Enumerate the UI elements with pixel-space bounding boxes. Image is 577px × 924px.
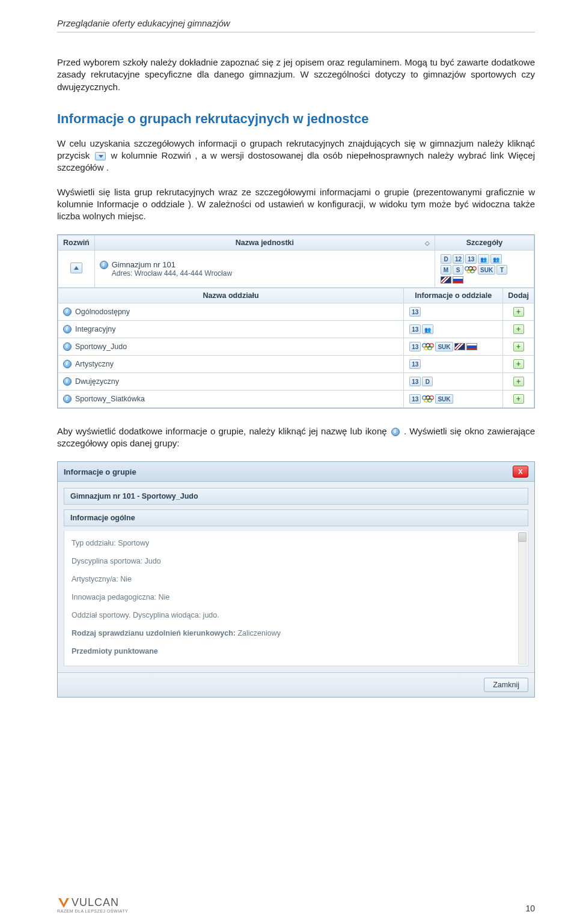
division-name: Sportowy_Siatkówka bbox=[75, 395, 145, 403]
modal-line: Artystyczny/a: Nie bbox=[72, 573, 521, 585]
dropdown-icon bbox=[95, 152, 106, 160]
modal-footer: Zamknij bbox=[58, 672, 534, 697]
division-info: 13 bbox=[404, 320, 503, 338]
unit-name: Gimnazjum nr 101 bbox=[112, 260, 176, 269]
scrollbar-track[interactable] bbox=[518, 532, 527, 664]
flag-ru-icon bbox=[453, 276, 463, 284]
page-footer: VULCAN RAZEM DLA LEPSZEJ OŚWIATY 10 bbox=[57, 896, 535, 913]
info-icon[interactable] bbox=[63, 360, 72, 368]
badge: 13 bbox=[409, 342, 421, 351]
division-info: 13 bbox=[404, 355, 503, 372]
logo-mark: VULCAN bbox=[57, 896, 119, 909]
modal-group-header: Gimnazjum nr 101 - Sportowy_Judo bbox=[64, 488, 528, 505]
modal-line: Typ oddziału: Sportowy bbox=[72, 537, 521, 549]
badge: 13 bbox=[409, 377, 421, 386]
text-span: w kolumnie bbox=[111, 150, 161, 160]
logo-tagline: RAZEM DLA LEPSZEJ OŚWIATY bbox=[57, 909, 128, 913]
section-heading: Informacje o grupach rekrutacyjnych w je… bbox=[57, 111, 535, 127]
modal-line: Oddział sportowy. Dyscyplina wiodąca: ju… bbox=[72, 609, 521, 621]
page-running-title: Przeglądanie oferty edukacyjnej gimnazjó… bbox=[57, 18, 535, 28]
badge: S bbox=[453, 265, 463, 275]
info-icon[interactable] bbox=[63, 377, 72, 386]
flag-ru-icon bbox=[466, 343, 477, 350]
close-button[interactable]: X bbox=[513, 466, 528, 478]
modal-line: Przedmioty punktowane bbox=[72, 645, 521, 657]
modal-content: Typ oddziału: Sportowy Dyscyplina sporto… bbox=[64, 531, 528, 666]
section-paragraph-2: Wyświetli się lista grup rekrutacyjnych … bbox=[57, 186, 535, 223]
add-button[interactable]: + bbox=[513, 359, 524, 369]
badge: 13 bbox=[409, 394, 421, 404]
column-header[interactable]: Szczegóły bbox=[435, 236, 534, 251]
badge: 13 bbox=[465, 254, 477, 264]
modal-titlebar: Informacje o grupie X bbox=[58, 462, 534, 482]
modal-body: Gimnazjum nr 101 - Sportowy_Judo Informa… bbox=[58, 482, 534, 672]
info-icon[interactable] bbox=[63, 325, 72, 333]
page-number: 10 bbox=[525, 904, 535, 913]
badge: 12 bbox=[453, 254, 464, 264]
division-row[interactable]: Ogólnodostępny bbox=[58, 303, 404, 320]
column-header[interactable]: Informacje o oddziale bbox=[404, 288, 503, 303]
badge: 13 bbox=[409, 359, 421, 369]
division-name: Sportowy_Judo bbox=[75, 342, 127, 351]
column-header[interactable]: Nazwa oddziału bbox=[58, 288, 404, 303]
logo-icon bbox=[57, 897, 70, 909]
modal-line: Innowacja pedagogiczna: Nie bbox=[72, 591, 521, 603]
people-icon bbox=[478, 254, 489, 264]
olympic-rings-icon bbox=[421, 395, 435, 403]
modal-line-bold: Rodzaj sprawdzianu uzdolnień kierunkowyc… bbox=[72, 629, 236, 637]
section-paragraph-1: W celu uzyskania szczegółowych informacj… bbox=[57, 138, 535, 174]
add-button[interactable]: + bbox=[513, 342, 524, 351]
column-header[interactable]: Nazwa jednostki◇ bbox=[94, 236, 435, 251]
division-info: 13SUK bbox=[404, 390, 503, 407]
column-header[interactable]: Dodaj bbox=[503, 288, 534, 303]
unit-address: Adres: Wrocław 444, 44-444 Wrocław bbox=[112, 269, 232, 278]
modal-line: Rodzaj sprawdzianu uzdolnień kierunkowyc… bbox=[72, 627, 521, 639]
badge: SUK bbox=[435, 394, 453, 404]
info-icon[interactable] bbox=[63, 308, 72, 316]
text-span: , a w wersji dostosowanej dla osób niepe… bbox=[195, 150, 508, 160]
collapse-button[interactable] bbox=[70, 263, 82, 273]
division-row[interactable]: Sportowy_Siatkówka bbox=[58, 390, 404, 407]
olympic-rings-icon bbox=[464, 266, 477, 274]
badge: SUK bbox=[435, 342, 453, 351]
info-icon[interactable] bbox=[63, 342, 72, 351]
text-rozwin: Rozwiń bbox=[162, 150, 191, 160]
badge: D bbox=[441, 254, 451, 264]
modal-section-title: Informacje ogólne bbox=[64, 509, 528, 526]
modal-title: Informacje o grupie bbox=[64, 467, 136, 476]
division-row[interactable]: Sportowy_Judo bbox=[58, 338, 404, 355]
modal-line: Dyscyplina sportowa: Judo bbox=[72, 555, 521, 567]
badge: T bbox=[496, 265, 507, 275]
intro-paragraph: Przed wyborem szkoły należy dokładnie za… bbox=[57, 56, 535, 93]
division-row[interactable]: Dwujęzyczny bbox=[58, 372, 404, 390]
division-info: 13D bbox=[404, 372, 503, 390]
division-row[interactable]: Artystyczny bbox=[58, 355, 404, 372]
text-span: Aby wyświetlić dodatkowe informacje o gr… bbox=[57, 426, 390, 436]
badge: 13 bbox=[409, 324, 421, 334]
badge: 13 bbox=[409, 307, 421, 317]
vulcan-logo: VULCAN RAZEM DLA LEPSZEJ OŚWIATY bbox=[57, 896, 128, 913]
unit-details: D1213MSSUKT bbox=[435, 251, 534, 288]
text-span: . bbox=[106, 162, 109, 172]
add-button[interactable]: + bbox=[513, 394, 524, 404]
info-icon[interactable] bbox=[63, 395, 72, 403]
add-button[interactable]: + bbox=[513, 324, 524, 334]
modal-line-bold: Przedmioty punktowane bbox=[72, 647, 158, 655]
info-icon[interactable] bbox=[100, 261, 108, 269]
people-icon bbox=[422, 324, 433, 334]
modal-line-rest: Zaliczeniowy bbox=[236, 629, 281, 637]
close-text-button[interactable]: Zamknij bbox=[484, 678, 528, 692]
division-info: 13 bbox=[404, 303, 503, 320]
division-info: 13SUK bbox=[404, 338, 503, 355]
units-grid: RozwińNazwa jednostki◇SzczegółyGimnazjum… bbox=[57, 234, 535, 409]
scrollbar-thumb[interactable] bbox=[518, 532, 527, 542]
add-button[interactable]: + bbox=[513, 307, 524, 317]
people-icon bbox=[490, 254, 502, 264]
column-header[interactable]: Rozwiń bbox=[58, 236, 95, 251]
text-infocol: Informacje o oddziale bbox=[97, 199, 185, 209]
sort-icon: ◇ bbox=[425, 240, 430, 246]
add-button[interactable]: + bbox=[513, 377, 524, 386]
badge: SUK bbox=[478, 265, 495, 275]
unit-cell[interactable]: Gimnazjum nr 101Adres: Wrocław 444, 44-4… bbox=[94, 251, 435, 288]
division-row[interactable]: Integracyjny bbox=[58, 320, 404, 338]
